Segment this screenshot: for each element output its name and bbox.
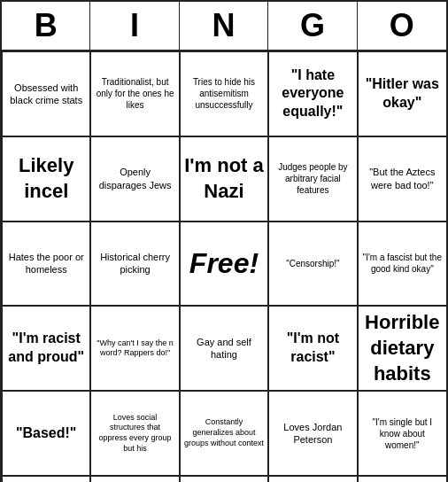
bingo-cell: Obsessed with black crime stats: [2, 51, 90, 136]
bingo-cell: Judges people by arbitrary facial featur…: [268, 136, 357, 222]
bingo-cell: Hates the poor or homeless: [2, 222, 90, 307]
bingo-grid: Obsessed with black crime statsTradition…: [2, 51, 446, 482]
bingo-cell: "Censorship!": [268, 222, 357, 307]
bingo-cell: "Hitler was okay": [358, 51, 446, 136]
bingo-cell: Gay and self hating: [180, 306, 268, 391]
bingo-cell: "Mexicans are lazy": [180, 476, 268, 482]
bingo-cell: "Conquest is based/good": [358, 476, 446, 482]
bingo-cell: "Why can't I say the n word? Rappers do!…: [90, 306, 179, 391]
bingo-cell: Loves social structures that oppress eve…: [90, 391, 179, 476]
bingo-cell: Traditionalist, but only for the ones he…: [90, 51, 179, 136]
header-letter: N: [180, 2, 268, 50]
bingo-cell: Toxic masculinity: [2, 476, 90, 482]
bingo-cell: Likely incel: [2, 136, 90, 222]
bingo-cell: "I'm single but I know about women!": [358, 391, 446, 476]
bingo-cell: "I'm a fascist but the good kind okay": [358, 222, 446, 307]
bingo-cell: "Based!": [2, 391, 90, 476]
header-letter: I: [90, 2, 179, 50]
bingo-cell: Horrible dietary habits: [358, 306, 446, 391]
bingo-cell: Constantly generalizes about groups with…: [180, 391, 268, 476]
header-letter: G: [268, 2, 357, 50]
bingo-cell: "Okay, I liked Hitler actually": [268, 476, 357, 482]
bingo-header: BINGO: [2, 2, 446, 51]
bingo-cell: "I'm racist and proud": [2, 306, 90, 391]
bingo-cell: "I'm not racist": [268, 306, 357, 391]
bingo-cell: Openly disparages Jews: [90, 136, 179, 222]
bingo-card: BINGO Obsessed with black crime statsTra…: [0, 0, 448, 482]
bingo-cell: Free!: [180, 222, 268, 307]
header-letter: B: [2, 2, 90, 50]
bingo-cell: I'm not a Nazi: [180, 136, 268, 222]
bingo-cell: "Black people are violent": [90, 476, 179, 482]
bingo-cell: Loves Jordan Peterson: [268, 391, 357, 476]
bingo-cell: "But the Aztecs were bad too!": [358, 136, 446, 222]
bingo-cell: "I hate everyone equally!": [268, 51, 357, 136]
header-letter: O: [358, 2, 446, 50]
bingo-cell: Tries to hide his antisemitism unsuccess…: [180, 51, 268, 136]
bingo-cell: Historical cherry picking: [90, 222, 179, 307]
